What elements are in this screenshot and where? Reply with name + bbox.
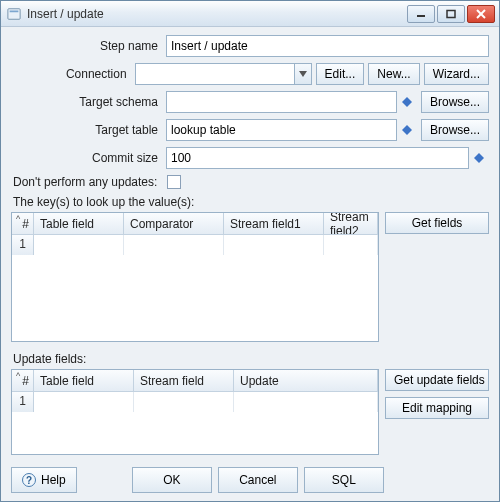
get-fields-button[interactable]: Get fields	[385, 212, 489, 234]
dont-perform-updates-checkbox[interactable]	[167, 175, 181, 189]
connection-input[interactable]	[135, 63, 294, 85]
edit-mapping-button[interactable]: Edit mapping	[385, 397, 489, 419]
window-title: Insert / update	[27, 7, 104, 21]
dialog-window: Insert / update Step name Connection	[0, 0, 500, 502]
cell-table-field[interactable]	[34, 392, 134, 412]
col-table-field[interactable]: Table field	[34, 370, 134, 391]
step-name-label: Step name	[11, 39, 166, 53]
minimize-button[interactable]	[407, 5, 435, 23]
titlebar: Insert / update	[1, 1, 499, 27]
svg-rect-3	[447, 10, 455, 17]
ok-button[interactable]: OK	[132, 467, 212, 493]
cell-update[interactable]	[234, 392, 378, 412]
help-button[interactable]: ? Help	[11, 467, 77, 493]
maximize-button[interactable]	[437, 5, 465, 23]
target-schema-label: Target schema	[11, 95, 166, 109]
col-comparator[interactable]: Comparator	[124, 213, 224, 234]
svg-marker-6	[299, 71, 307, 77]
cell-comparator[interactable]	[124, 235, 224, 255]
col-stream-field2[interactable]: Stream field2	[324, 213, 378, 234]
svg-rect-0	[8, 8, 20, 19]
col-rownum[interactable]: ^#	[12, 370, 34, 391]
cell-table-field[interactable]	[34, 235, 124, 255]
variable-icon	[401, 125, 413, 135]
table-row[interactable]: 1	[12, 392, 378, 412]
cancel-button[interactable]: Cancel	[218, 467, 298, 493]
row-number: 1	[12, 235, 34, 255]
variable-icon	[401, 97, 413, 107]
help-icon: ?	[22, 473, 36, 487]
update-fields-table[interactable]: ^# Table field Stream field Update 1	[11, 369, 379, 455]
help-label: Help	[41, 473, 66, 487]
close-button[interactable]	[467, 5, 495, 23]
step-name-input[interactable]	[166, 35, 489, 57]
update-section-title: Update fields:	[13, 352, 489, 366]
svg-marker-8	[402, 125, 412, 135]
cell-stream-field[interactable]	[134, 392, 234, 412]
variable-icon	[473, 153, 485, 163]
col-stream-field1[interactable]: Stream field1	[224, 213, 324, 234]
edit-connection-button[interactable]: Edit...	[316, 63, 365, 85]
cell-stream2[interactable]	[324, 235, 378, 255]
get-update-fields-button[interactable]: Get update fields	[385, 369, 489, 391]
col-update[interactable]: Update	[234, 370, 378, 391]
commit-size-input[interactable]	[166, 147, 469, 169]
cell-stream1[interactable]	[224, 235, 324, 255]
svg-marker-7	[402, 97, 412, 107]
col-rownum[interactable]: ^#	[12, 213, 34, 234]
col-table-field[interactable]: Table field	[34, 213, 124, 234]
wizard-button[interactable]: Wizard...	[424, 63, 489, 85]
chevron-down-icon	[299, 71, 307, 77]
app-icon	[7, 7, 21, 21]
connection-label: Connection	[11, 67, 135, 81]
target-schema-input[interactable]	[166, 91, 397, 113]
svg-rect-1	[10, 10, 19, 12]
browse-table-button[interactable]: Browse...	[421, 119, 489, 141]
target-table-input[interactable]	[166, 119, 397, 141]
keys-table[interactable]: ^# Table field Comparator Stream field1 …	[11, 212, 379, 342]
new-connection-button[interactable]: New...	[368, 63, 419, 85]
svg-marker-9	[474, 153, 484, 163]
target-table-label: Target table	[11, 123, 166, 137]
keys-section-title: The key(s) to look up the value(s):	[13, 195, 489, 209]
browse-schema-button[interactable]: Browse...	[421, 91, 489, 113]
dont-perform-updates-label: Don't perform any updates:	[11, 175, 165, 189]
commit-size-label: Commit size	[11, 151, 166, 165]
connection-dropdown-button[interactable]	[294, 63, 312, 85]
row-number: 1	[12, 392, 34, 412]
col-stream-field[interactable]: Stream field	[134, 370, 234, 391]
sql-button[interactable]: SQL	[304, 467, 384, 493]
table-row[interactable]: 1	[12, 235, 378, 255]
